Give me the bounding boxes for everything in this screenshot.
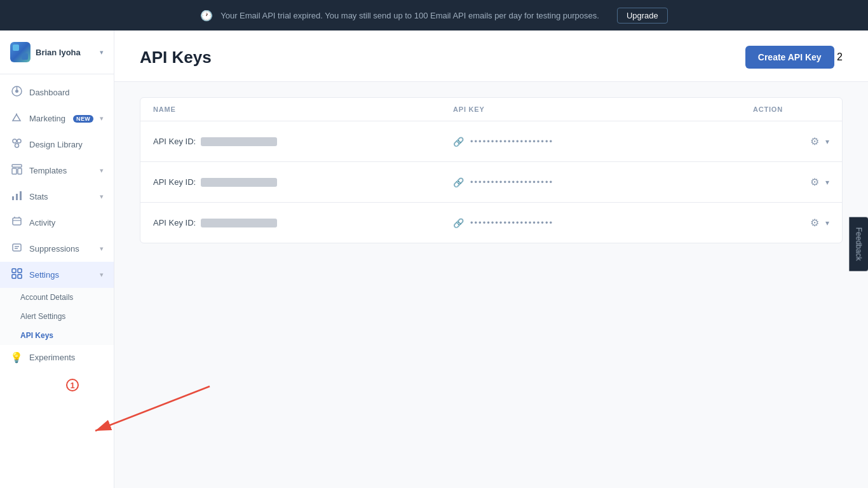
banner-message: Your Email API trial expired. You may st… [220,11,599,20]
activity-icon [10,216,23,229]
svg-rect-8 [12,165,22,167]
table-row: API Key ID: 🔗 •••••••••••••••••••• ⚙ ▾ [140,162,842,203]
marketing-badge: NEW [73,115,93,123]
trial-banner: 🕐 Your Email API trial expired. You may … [0,0,868,30]
svg-rect-16 [13,244,21,251]
svg-marker-3 [13,114,20,121]
table-header: NAME API KEY ACTION [140,98,842,121]
table-row: API Key ID: 🔗 •••••••••••••••••••• ⚙ ▾ [140,121,842,162]
svg-point-1 [15,90,18,93]
marketing-icon [10,112,23,125]
activity-label: Activity [29,218,104,227]
sidebar: Brian Iyoha ▾ Dashboard [0,30,114,488]
experiments-label: Experiments [29,353,104,362]
settings-label: Settings [29,270,93,280]
svg-rect-10 [18,168,22,174]
design-library-icon [10,138,23,151]
sidebar-subitem-alert-settings[interactable]: Alert Settings [0,307,114,326]
settings-icon [10,268,23,281]
templates-label: Templates [29,166,93,175]
svg-rect-9 [12,168,17,174]
sidebar-item-suppressions[interactable]: Suppressions ▾ [0,236,114,262]
stats-label: Stats [29,192,93,201]
api-key-id-label-2: API Key ID: [153,177,196,187]
key-icon-1: 🔗 [453,137,465,147]
sidebar-item-experiments[interactable]: 💡 Experiments [0,345,114,370]
api-key-cell-3: 🔗 •••••••••••••••••••• [453,218,753,228]
api-key-id-value-1 [201,137,277,146]
svg-point-5 [13,139,17,143]
page-header: API Keys Create API Key 2 [114,30,868,82]
svg-rect-13 [20,191,22,200]
dashboard-icon [10,86,23,99]
settings-gear-button-3[interactable]: ⚙ [808,214,822,231]
annotation-badge-1: 1 [66,379,79,391]
create-button-wrapper: Create API Key 2 [745,46,843,69]
suppressions-chevron-icon: ▾ [100,245,104,253]
header-name: NAME [153,105,453,113]
stats-chevron-icon: ▾ [100,193,104,201]
sidebar-item-dashboard[interactable]: Dashboard [0,79,114,105]
clock-icon: 🕐 [200,10,213,22]
user-chevron-icon: ▾ [100,48,104,57]
svg-point-6 [17,139,21,143]
sidebar-subitem-api-keys[interactable]: API Keys [0,326,114,345]
create-api-key-button[interactable]: Create API Key [745,46,834,69]
action-cell-2: ⚙ ▾ [753,173,829,191]
header-action: ACTION [753,105,829,113]
api-key-dots-1: •••••••••••••••••••• [470,137,553,146]
api-keys-table: NAME API KEY ACTION API Key ID: 🔗 ••••••… [140,97,843,243]
svg-rect-21 [12,274,16,278]
expand-button-3[interactable]: ▾ [825,219,829,227]
user-name: Brian Iyoha [36,48,95,57]
sidebar-subitem-account-details[interactable]: Account Details [0,288,114,307]
svg-point-7 [15,144,18,147]
sidebar-navigation: Dashboard Marketing NEW ▾ [0,74,114,488]
table-row: API Key ID: 🔗 •••••••••••••••••••• ⚙ ▾ [140,203,842,243]
marketing-label: Marketing [29,114,67,123]
expand-button-2[interactable]: ▾ [825,178,829,187]
feedback-tab[interactable]: Feedback [850,217,868,271]
suppressions-icon [10,242,23,255]
action-cell-3: ⚙ ▾ [753,214,829,231]
api-key-id-value-2 [201,178,277,187]
stats-icon [10,190,23,203]
upgrade-button[interactable]: Upgrade [617,8,668,24]
svg-rect-19 [12,269,16,273]
design-library-label: Design Library [29,140,104,149]
key-icon-2: 🔗 [453,177,465,187]
name-cell-2: API Key ID: [153,177,453,187]
settings-submenu: Account Details Alert Settings API Keys [0,288,114,345]
user-menu[interactable]: Brian Iyoha ▾ [0,30,114,74]
api-key-cell-1: 🔗 •••••••••••••••••••• [453,137,753,147]
settings-chevron-icon: ▾ [100,271,104,279]
suppressions-label: Suppressions [29,244,93,254]
sidebar-item-settings[interactable]: Settings ▾ [0,262,114,288]
settings-gear-button-2[interactable]: ⚙ [808,173,822,191]
main-layout: Brian Iyoha ▾ Dashboard [0,30,868,488]
api-key-id-value-3 [201,219,277,227]
api-key-id-label-3: API Key ID: [153,218,196,227]
svg-rect-11 [12,196,14,200]
bulb-icon: 💡 [10,351,23,363]
action-cell-1: ⚙ ▾ [753,133,829,150]
sidebar-item-activity[interactable]: Activity [0,210,114,236]
svg-rect-20 [18,269,22,273]
svg-rect-12 [16,194,18,200]
templates-icon [10,164,23,177]
sidebar-item-design-library[interactable]: Design Library [0,132,114,158]
api-key-dots-3: •••••••••••••••••••• [470,218,553,227]
sidebar-item-templates[interactable]: Templates ▾ [0,158,114,184]
header-api-key: API KEY [453,105,753,113]
expand-button-1[interactable]: ▾ [825,137,829,146]
svg-rect-22 [18,274,22,278]
key-icon-3: 🔗 [453,218,465,228]
settings-gear-button-1[interactable]: ⚙ [808,133,822,150]
name-cell-3: API Key ID: [153,218,453,227]
page-title: API Keys [140,48,212,67]
sidebar-item-marketing[interactable]: Marketing NEW ▾ [0,105,114,132]
sidebar-item-stats[interactable]: Stats ▾ [0,184,114,210]
name-cell-1: API Key ID: [153,137,453,146]
marketing-chevron-icon: ▾ [100,114,104,123]
svg-point-4 [16,114,17,115]
